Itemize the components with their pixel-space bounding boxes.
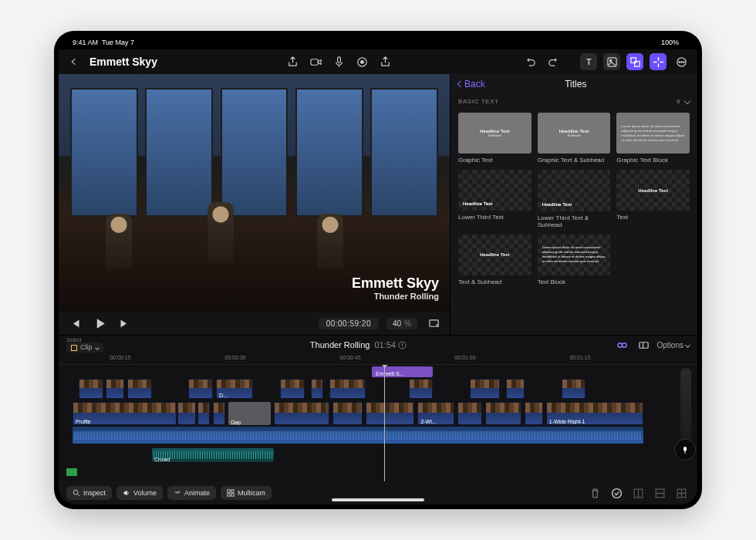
timeline-ruler[interactable]: 00:00:1500:00:3000:00:4500:01:0000:01:15 [59, 354, 697, 365]
jog-wheel[interactable] [674, 439, 696, 461]
more-icon[interactable] [673, 53, 690, 70]
primary-clip[interactable] [485, 402, 522, 425]
back-chevron-icon[interactable] [66, 53, 83, 70]
title-thumb[interactable]: Headline Text [458, 235, 532, 275]
connected-clip[interactable] [127, 379, 152, 399]
title-thumb[interactable]: Headline Text [538, 170, 611, 211]
connected-clip[interactable] [562, 379, 586, 399]
primary-clip[interactable] [525, 402, 543, 425]
connected-clip[interactable] [506, 379, 525, 399]
connected-clip[interactable] [409, 379, 434, 399]
primary-clip[interactable] [197, 402, 210, 425]
connected-clip[interactable]: D... [216, 379, 253, 399]
music-clip[interactable]: Crowd [152, 448, 274, 462]
title-tile[interactable]: Headline TextSubheadGraphic Text [458, 113, 532, 164]
primary-clip[interactable]: Profile [73, 402, 177, 425]
primary-clip[interactable]: 1-Wide Right-1 [546, 402, 644, 425]
primary-clip[interactable] [457, 402, 482, 425]
layout-1-icon[interactable] [629, 484, 646, 501]
title-clip[interactable]: Emmett S... [372, 366, 433, 377]
undo-icon[interactable] [521, 53, 538, 70]
play-icon[interactable] [91, 315, 108, 332]
timeline-tracks[interactable]: Emmett S... D... [59, 365, 697, 481]
animate-button[interactable]: Animate [167, 486, 216, 500]
browser-title: Titles [493, 79, 659, 89]
title-thumb[interactable]: Headline TextSubhead [538, 113, 611, 154]
primary-clip[interactable] [274, 402, 329, 425]
mic-icon[interactable] [331, 53, 348, 70]
display-options-icon[interactable] [425, 315, 442, 332]
share-icon[interactable] [285, 53, 302, 70]
redo-icon[interactable] [545, 53, 562, 70]
primary-clip[interactable] [177, 402, 196, 425]
camera-icon[interactable] [308, 53, 325, 70]
inspect-button[interactable]: Inspect [66, 486, 112, 500]
import-icon[interactable] [377, 53, 394, 70]
snap-icon[interactable] [636, 336, 653, 353]
connected-clip[interactable] [311, 379, 323, 399]
title-tile[interactable]: Lorem ipsum dolor sit amet consectetur a… [616, 113, 690, 164]
volume-button[interactable]: Volume [116, 486, 163, 500]
connected-clip[interactable] [280, 379, 305, 399]
layout-3-icon[interactable] [673, 484, 690, 501]
prev-frame-icon[interactable] [66, 315, 83, 332]
title-tile[interactable]: Headline TextText & Subhead [458, 235, 532, 285]
timeline-scrollbar[interactable] [680, 368, 691, 451]
svg-rect-3 [338, 56, 341, 62]
multicam-button[interactable]: Multicam [221, 486, 272, 500]
check-icon[interactable] [608, 484, 625, 501]
primary-clip[interactable] [332, 402, 363, 425]
record-icon[interactable] [354, 53, 371, 70]
title-label: Graphic Text & Subhead [538, 157, 611, 164]
viewer: Emmett Skyy Thunder Rolling 00:00:59:20 … [59, 74, 451, 335]
browser-back-button[interactable]: Back [458, 79, 485, 89]
title-thumb[interactable]: Lorem ipsum dolor sit amet consectetur a… [538, 235, 611, 275]
audio-clip[interactable] [73, 427, 644, 444]
ruler-tick: 00:01:00 [454, 355, 475, 360]
svg-rect-19 [640, 342, 648, 348]
title-tile[interactable]: Headline TextSubheadGraphic Text & Subhe… [538, 113, 611, 164]
ruler-tick: 00:00:15 [110, 355, 130, 360]
video-preview[interactable]: Emmett Skyy Thunder Rolling [59, 74, 450, 312]
options-button[interactable]: Options [657, 341, 690, 349]
clip-select-button[interactable]: Clip [66, 343, 103, 353]
title-tile[interactable]: Headline TextLower Third Text [458, 170, 532, 228]
connected-clip[interactable] [470, 379, 501, 399]
svg-point-12 [678, 61, 680, 62]
connected-clip[interactable] [79, 379, 103, 399]
marker[interactable] [66, 468, 77, 476]
home-indicator[interactable] [332, 498, 424, 501]
connected-clip[interactable] [106, 379, 124, 399]
titles-browser-icon[interactable] [626, 53, 643, 70]
text-tool-icon[interactable]: T [580, 53, 597, 70]
svg-rect-20 [683, 447, 687, 451]
link-icon[interactable] [614, 336, 631, 353]
primary-clip[interactable] [213, 402, 225, 425]
title-thumb[interactable]: Headline Text [458, 170, 532, 211]
titles-browser: Back Titles BASIC TEXT 8 Headline TextSu… [451, 74, 697, 335]
title-tile[interactable]: Headline TextLower Third Text & Subhead [538, 170, 611, 228]
next-frame-icon[interactable] [116, 315, 133, 332]
playhead[interactable] [384, 365, 385, 481]
primary-clip[interactable]: 2-Wi... [417, 402, 454, 425]
effects-browser-icon[interactable] [650, 53, 667, 70]
title-thumb[interactable]: Headline TextSubhead [458, 113, 532, 154]
primary-clip[interactable] [366, 402, 414, 425]
timeline-name: Thunder Rolling 01:54 [110, 340, 608, 349]
zoom-control[interactable]: 40% [386, 318, 417, 329]
svg-rect-22 [228, 490, 230, 492]
title-thumb[interactable]: Headline Text [616, 170, 690, 211]
title-tile[interactable]: Headline TextText [616, 170, 690, 228]
layout-2-icon[interactable] [651, 484, 668, 501]
connected-clip[interactable] [329, 379, 366, 399]
svg-rect-2 [311, 59, 318, 65]
trash-icon[interactable] [586, 484, 603, 501]
gap-clip[interactable]: Gap [228, 402, 271, 425]
media-browser-icon[interactable] [603, 53, 620, 70]
browser-section-header[interactable]: BASIC TEXT 8 [451, 94, 697, 108]
timecode-display[interactable]: 00:00:59:20 [319, 318, 379, 329]
title-tile[interactable]: Lorem ipsum dolor sit amet consectetur a… [538, 235, 611, 285]
title-thumb[interactable]: Lorem ipsum dolor sit amet consectetur a… [616, 113, 690, 154]
connected-clip[interactable] [188, 379, 213, 399]
chevron-down-icon [684, 98, 690, 104]
